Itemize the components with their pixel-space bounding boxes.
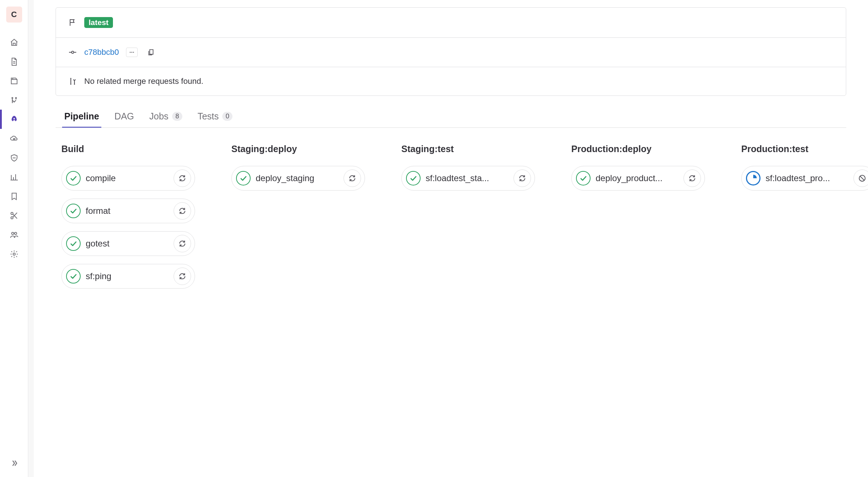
stage-staging-test: Staging:test sf:loadtest_sta... [401,144,535,297]
sidebar-item-repository[interactable] [0,52,28,71]
issues-icon [10,77,19,85]
stage-production-deploy: Production:deploy deploy_product... [571,144,705,297]
project-avatar[interactable]: C [6,7,22,23]
commit-more-button[interactable] [126,48,138,57]
retry-button[interactable] [514,170,531,187]
pipeline-graph: Build compile format gotest sf:ping [56,128,846,313]
retry-icon [178,240,186,248]
tab-jobs[interactable]: Jobs8 [147,106,184,128]
retry-button[interactable] [344,170,361,187]
sidebar-item-ci-cd[interactable] [0,110,28,129]
retry-icon [178,272,186,280]
tab-tests[interactable]: Tests0 [195,106,235,128]
tab-label: Tests [198,111,219,122]
expand-icon [10,459,19,468]
merge-request-row: No related merge requests found. [56,67,846,95]
status-passed-icon [406,171,421,186]
retry-button[interactable] [174,170,191,187]
latest-badge: latest [84,17,113,28]
main-content: latest c78bbcb0 No related merge request… [34,0,868,320]
chart-icon [10,173,19,182]
stage-title: Production:deploy [571,144,705,154]
commit-icon [68,48,77,57]
job-gotest[interactable]: gotest [61,231,195,256]
sidebar-item-overview[interactable] [0,33,28,52]
copy-icon [147,48,155,56]
commit-sha-link[interactable]: c78bbcb0 [84,48,119,57]
stage-title: Staging:deploy [231,144,365,154]
shield-icon [10,154,19,162]
gear-icon [10,250,19,258]
status-passed-icon [66,204,81,218]
job-loadtest-staging[interactable]: sf:loadtest_sta... [401,166,535,191]
retry-button[interactable] [174,268,191,285]
status-passed-icon [236,171,251,186]
sidebar-item-merge-requests[interactable] [0,90,28,110]
status-passed-icon [66,171,81,186]
merge-requests-icon [10,96,19,105]
sidebar-expand-button[interactable] [0,454,28,472]
members-icon [10,231,19,239]
tab-label: Pipeline [64,111,99,122]
stage-build: Build compile format gotest sf:ping [61,144,195,297]
stage-production-test: Production:test sf:loadtest_pro... [741,144,868,297]
merge-request-icon [68,77,77,86]
sidebar: C [0,0,28,477]
retry-icon [348,174,356,182]
job-name: gotest [86,238,169,249]
sidebar-item-snippets[interactable] [0,206,28,225]
pipeline-tabs: Pipeline DAG Jobs8 Tests0 [56,106,846,128]
sidebar-item-analytics[interactable] [0,167,28,187]
cancel-button[interactable] [853,170,868,187]
tab-dag[interactable]: DAG [112,106,136,128]
count-badge: 0 [222,112,232,121]
retry-button[interactable] [174,235,191,252]
stage-title: Staging:test [401,144,535,154]
retry-button[interactable] [684,170,701,187]
sidebar-item-members[interactable] [0,225,28,244]
snippets-icon [10,211,19,220]
sidebar-item-wiki[interactable] [0,187,28,206]
copy-sha-button[interactable] [145,47,157,57]
cancel-icon [858,174,866,182]
job-name: sf:loadtest_pro... [766,173,848,183]
retry-icon [518,174,526,182]
job-sfping[interactable]: sf:ping [61,264,195,289]
job-name: sf:ping [86,271,169,281]
sidebar-item-deployments[interactable] [0,129,28,148]
job-loadtest-production[interactable]: sf:loadtest_pro... [741,166,868,191]
retry-icon [178,174,186,182]
stage-title: Production:test [741,144,868,154]
status-running-icon [746,171,760,186]
commit-row: c78bbcb0 [56,37,846,67]
flag-icon [68,18,77,27]
status-passed-icon [66,236,81,251]
repository-icon [10,57,19,66]
tab-label: DAG [114,111,134,122]
sidebar-item-security[interactable] [0,148,28,167]
rocket-icon [10,115,19,124]
stage-staging-deploy: Staging:deploy deploy_staging [231,144,365,297]
retry-icon [178,207,186,215]
tab-pipeline[interactable]: Pipeline [62,106,101,128]
dots-icon [129,49,135,56]
job-deploy-production[interactable]: deploy_product... [571,166,705,191]
retry-button[interactable] [174,202,191,220]
job-compile[interactable]: compile [61,166,195,191]
job-name: sf:loadtest_sta... [426,173,508,183]
pipeline-info-card: latest c78bbcb0 No related merge request… [56,7,846,96]
status-passed-icon [66,269,81,284]
home-icon [10,38,19,47]
scrollbar-track[interactable] [29,0,34,477]
count-badge: 8 [172,112,182,121]
sidebar-item-settings[interactable] [0,244,28,264]
sidebar-item-issues[interactable] [0,71,28,90]
job-deploy-staging[interactable]: deploy_staging [231,166,365,191]
cloud-gear-icon [10,134,19,143]
job-name: deploy_staging [256,173,338,183]
job-format[interactable]: format [61,199,195,223]
pipeline-flags-row: latest [56,8,846,37]
tab-label: Jobs [149,111,169,122]
status-passed-icon [576,171,591,186]
job-name: compile [86,173,169,183]
